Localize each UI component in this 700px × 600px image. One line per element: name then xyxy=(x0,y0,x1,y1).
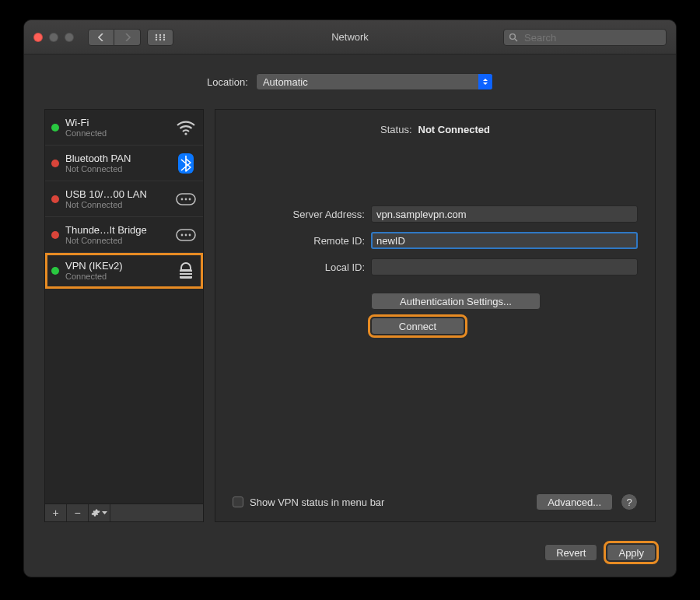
highlight-apply: Apply xyxy=(607,544,656,561)
svg-point-18 xyxy=(181,233,184,236)
svg-point-2 xyxy=(163,33,165,35)
gear-icon xyxy=(91,508,100,518)
chevron-down-icon xyxy=(102,511,107,515)
services-toolbar: + − xyxy=(44,504,204,522)
connect-button[interactable]: Connect xyxy=(371,318,464,335)
remote-id-label: Remote ID: xyxy=(233,235,365,247)
status-value: Not Connected xyxy=(418,124,490,135)
service-item-dongle[interactable]: Thunde…lt BridgeNot Connected xyxy=(45,217,203,253)
service-name: Bluetooth PAN xyxy=(65,153,169,164)
svg-point-8 xyxy=(163,38,165,40)
service-actions-menu[interactable] xyxy=(89,504,110,521)
svg-point-0 xyxy=(156,33,157,35)
back-button[interactable] xyxy=(88,29,114,46)
revert-button[interactable]: Revert xyxy=(544,544,597,561)
local-id-input[interactable] xyxy=(371,258,638,275)
apply-button[interactable]: Apply xyxy=(607,544,656,561)
location-label: Location: xyxy=(207,76,248,88)
location-dropdown[interactable]: Automatic xyxy=(256,73,493,90)
status-dot-icon xyxy=(51,195,59,203)
service-status: Not Connected xyxy=(65,236,169,245)
search-field[interactable] xyxy=(503,29,667,46)
svg-point-19 xyxy=(185,233,187,236)
services-list[interactable]: Wi-FiConnectedBluetooth PANNot Connected… xyxy=(44,109,204,504)
service-status: Not Connected xyxy=(65,200,169,209)
wifi-icon xyxy=(175,118,197,137)
svg-point-5 xyxy=(163,36,165,37)
search-input[interactable] xyxy=(523,31,661,44)
minimize-window-button[interactable] xyxy=(49,33,58,42)
dropdown-stepper-icon xyxy=(478,74,492,89)
services-sidebar: Wi-FiConnectedBluetooth PANNot Connected… xyxy=(44,109,204,522)
svg-point-1 xyxy=(159,33,161,35)
service-status: Not Connected xyxy=(65,164,169,174)
remote-id-input[interactable] xyxy=(371,232,638,249)
service-item-dongle[interactable]: USB 10/…00 LANNot Connected xyxy=(45,181,203,217)
server-address-input[interactable] xyxy=(371,205,638,223)
location-value: Automatic xyxy=(263,76,308,88)
svg-point-6 xyxy=(156,38,157,40)
remove-service-button[interactable]: − xyxy=(67,504,89,521)
dongle-icon xyxy=(175,226,197,244)
show-all-button[interactable] xyxy=(147,29,173,46)
service-name: USB 10/…00 LAN xyxy=(65,188,169,200)
titlebar: Network xyxy=(24,20,676,54)
status-dot-icon xyxy=(51,160,59,167)
service-item-bluetooth[interactable]: Bluetooth PANNot Connected xyxy=(45,146,203,181)
svg-line-10 xyxy=(515,39,517,41)
authentication-settings-button[interactable]: Authentication Settings... xyxy=(371,293,541,310)
location-row: Location: Automatic xyxy=(24,54,676,109)
help-button[interactable]: ? xyxy=(621,493,638,511)
service-detail-pane: Status: Not Connected Server Address: Re… xyxy=(215,109,656,522)
close-window-button[interactable] xyxy=(33,33,43,42)
service-name: VPN (IKEv2) xyxy=(65,260,169,272)
highlight-connect: Connect xyxy=(371,318,464,335)
forward-button[interactable] xyxy=(114,29,141,46)
svg-point-15 xyxy=(185,198,187,200)
show-vpn-menubar-label: Show VPN status in menu bar xyxy=(250,496,384,508)
lock-icon xyxy=(175,261,197,280)
svg-point-3 xyxy=(156,36,157,37)
status-dot-icon xyxy=(51,231,59,239)
svg-point-14 xyxy=(181,198,184,200)
svg-rect-21 xyxy=(180,269,192,279)
local-id-label: Local ID: xyxy=(233,261,365,273)
add-service-button[interactable]: + xyxy=(45,504,67,521)
service-status: Connected xyxy=(65,128,169,138)
service-item-wifi[interactable]: Wi-FiConnected xyxy=(45,110,203,146)
svg-point-4 xyxy=(159,36,161,37)
svg-point-20 xyxy=(189,233,191,236)
status-dot-icon xyxy=(51,124,59,132)
advanced-button[interactable]: Advanced... xyxy=(536,493,613,511)
dongle-icon xyxy=(175,190,197,209)
svg-point-11 xyxy=(184,132,187,135)
svg-point-9 xyxy=(510,34,516,40)
service-name: Thunde…lt Bridge xyxy=(65,224,169,236)
server-address-label: Server Address: xyxy=(233,209,365,220)
service-name: Wi-Fi xyxy=(65,117,169,128)
status-dot-icon xyxy=(51,267,59,275)
zoom-window-button[interactable] xyxy=(65,33,74,42)
service-item-lock[interactable]: VPN (IKEv2)Connected xyxy=(45,253,203,289)
svg-point-7 xyxy=(159,38,161,40)
status-label: Status: xyxy=(380,124,411,135)
bluetooth-icon xyxy=(175,154,197,173)
show-vpn-menubar-checkbox[interactable] xyxy=(233,496,243,507)
svg-point-16 xyxy=(189,198,191,200)
service-status: Connected xyxy=(65,272,169,281)
network-prefs-window: Network Location: Automatic Wi-FiConnect… xyxy=(23,19,677,577)
search-icon xyxy=(509,33,518,42)
